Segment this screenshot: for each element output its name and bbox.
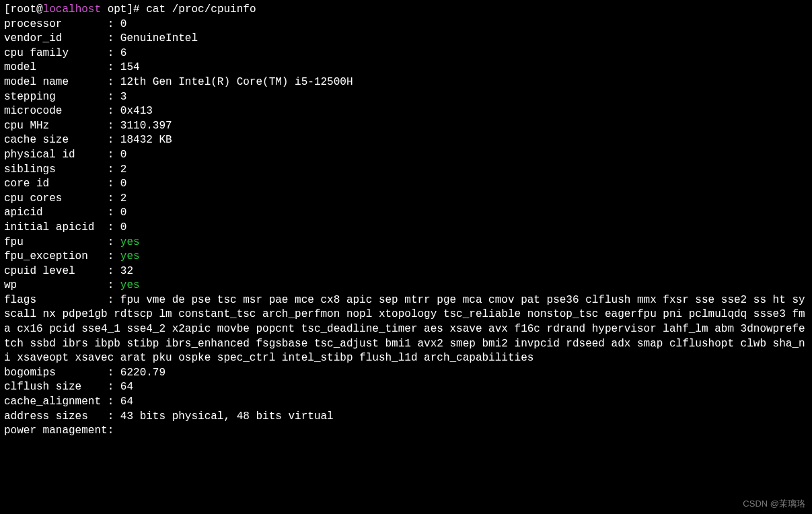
cpuinfo-row: vendor_id : GenuineIntel [4,32,808,46]
prompt-open: [ [4,3,11,15]
cpuinfo-row: fpu_exception : yes [4,250,808,264]
cpuinfo-value: 2 [120,192,127,205]
cpuinfo-row: fpu : yes [4,235,808,250]
cpuinfo-value: 3110.397 [120,120,172,132]
cpuinfo-flags: flags : fpu vme de pse tsc msr pae mce c… [4,293,808,366]
cpuinfo-key: wp : [4,279,120,291]
cpuinfo-row: core id : 0 [4,177,808,192]
cpuinfo-row: stepping : 3 [4,90,808,105]
cpuinfo-row: wp : yes [4,279,808,293]
cpuinfo-key: apicid : [4,207,120,219]
cpuinfo-value: 2 [120,163,127,176]
cpuinfo-row: address sizes : 43 bits physical, 48 bit… [4,410,808,425]
cpuinfo-value: yes [120,279,140,291]
cpuinfo-row: model name : 12th Gen Intel(R) Core(TM) … [4,75,808,90]
cpuinfo-value: 154 [120,61,140,73]
cpuinfo-key: cpu cores : [4,192,120,205]
prompt-path: opt [101,3,126,15]
cpuinfo-value: 0 [120,18,127,30]
cpuinfo-row: power management: [4,424,808,439]
cpuinfo-value: 0 [120,207,127,219]
cpuinfo-row: cache_alignment : 64 [4,395,808,410]
cpuinfo-value: yes [120,236,140,248]
cpuinfo-row: clflush size : 64 [4,380,808,395]
cpuinfo-key: microcode : [4,105,120,117]
cpuinfo-row: cpuid level : 32 [4,264,808,279]
cpuinfo-row: bogomips : 6220.79 [4,366,808,381]
prompt-close: ]# [126,3,146,15]
cpuinfo-key: model : [4,61,120,73]
prompt-host: localhost [43,3,101,15]
cpuinfo-key: processor : [4,18,120,30]
cpuinfo-value: 18432 KB [120,134,172,146]
cpuinfo-row: initial apicid : 0 [4,221,808,235]
cpuinfo-value: 6 [120,47,127,59]
cpuinfo-key: fpu : [4,236,120,248]
cpuinfo-value: 0x413 [120,105,153,117]
cpuinfo-key: core id : [4,178,120,190]
cpuinfo-rows: processor : 0vendor_id : GenuineIntelcpu… [4,17,808,293]
cpuinfo-row: model : 154 [4,61,808,75]
cpuinfo-key: vendor_id : [4,32,120,44]
cpuinfo-row: apicid : 0 [4,206,808,221]
shell-prompt[interactable]: [root@localhost opt]# cat /proc/cpuinfo [4,3,808,17]
prompt-command: cat /proc/cpuinfo [146,3,256,15]
cpuinfo-value: yes [120,250,140,262]
cpuinfo-row: processor : 0 [4,17,808,32]
cpuinfo-value: 0 [120,221,127,233]
cpuinfo-key: fpu_exception : [4,250,120,262]
cpuinfo-key: cache size : [4,134,120,146]
cpuinfo-value: 0 [120,149,127,161]
cpuinfo-key: siblings : [4,163,120,176]
cpuinfo-tail: bogomips : 6220.79clflush size : 64cache… [4,366,808,439]
cpuinfo-key: initial apicid : [4,221,120,233]
cpuinfo-key: stepping : [4,91,120,103]
cpuinfo-row: cache size : 18432 KB [4,133,808,148]
prompt-user: root@ [11,3,43,15]
cpuinfo-key: cpu MHz : [4,120,120,132]
cpuinfo-row: cpu cores : 2 [4,192,808,207]
cpuinfo-value: 0 [120,178,127,190]
cpuinfo-value: GenuineIntel [120,32,198,44]
cpuinfo-row: cpu MHz : 3110.397 [4,119,808,134]
cpuinfo-key: cpuid level : [4,265,120,277]
cpuinfo-row: cpu family : 6 [4,46,808,61]
cpuinfo-key: cpu family : [4,47,120,59]
cpuinfo-row: microcode : 0x413 [4,104,808,119]
watermark: CSDN @茉璃珞 [743,498,805,510]
cpuinfo-value: 12th Gen Intel(R) Core(TM) i5-12500H [120,76,353,88]
cpuinfo-value: 32 [120,265,133,277]
cpuinfo-key: model name : [4,76,120,88]
cpuinfo-row: siblings : 2 [4,163,808,178]
cpuinfo-key: physical id : [4,149,120,161]
cpuinfo-value: 3 [120,91,127,103]
cpuinfo-row: physical id : 0 [4,148,808,163]
